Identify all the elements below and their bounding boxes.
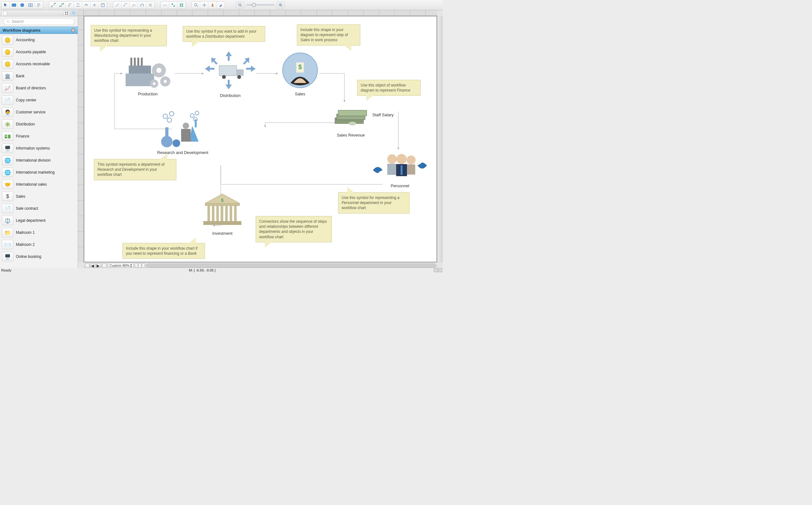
svg-text:$: $ bbox=[298, 63, 302, 70]
scrollbar-vertical[interactable] bbox=[437, 16, 443, 262]
symbol-item[interactable]: 🧑‍💼Customer service bbox=[0, 106, 78, 118]
section-title: Workflow diagrams bbox=[3, 28, 40, 33]
symbol-thumb-icon: 🧑‍💼 bbox=[2, 108, 13, 117]
svg-rect-31 bbox=[67, 14, 68, 15]
text-tool[interactable] bbox=[34, 2, 43, 9]
drawing-canvas[interactable]: Use this symbol for representing a Manuf… bbox=[84, 16, 437, 262]
ellipse-tool[interactable] bbox=[18, 2, 26, 9]
node-sales-revenue[interactable]: Sales Revenue bbox=[329, 104, 373, 138]
symbol-item[interactable]: 🌐International division bbox=[0, 154, 78, 166]
svg-rect-66 bbox=[400, 165, 402, 175]
staff-salary-label: Staff Salary bbox=[372, 113, 393, 117]
symbol-item[interactable]: 🪙Accounts payable bbox=[0, 46, 78, 58]
conn-up[interactable] bbox=[138, 2, 146, 9]
h-scroll-track[interactable] bbox=[146, 264, 436, 268]
node-investment[interactable]: $ Investment bbox=[199, 192, 246, 236]
symbol-label: Mailroom 2 bbox=[16, 242, 34, 247]
connector-l[interactable] bbox=[49, 2, 57, 9]
symbol-item[interactable]: 💵Finance bbox=[0, 130, 78, 142]
zoom-tool[interactable] bbox=[192, 2, 200, 9]
symbol-thumb-icon: $ bbox=[2, 192, 13, 201]
search-input[interactable]: Search bbox=[3, 18, 75, 25]
pan-tool[interactable] bbox=[200, 2, 208, 9]
symbol-item[interactable]: 🤝International sales bbox=[0, 178, 78, 190]
main-toolbar bbox=[0, 0, 443, 10]
symbol-item[interactable]: 🖥️Online booking bbox=[0, 250, 78, 263]
symbol-item[interactable]: ⚖️Legal department bbox=[0, 214, 78, 226]
route-auto[interactable] bbox=[161, 2, 169, 9]
zoom-field[interactable]: Custom 80% ▴▾ bbox=[108, 263, 133, 268]
corner-btn-2[interactable] bbox=[438, 268, 442, 272]
connector-export[interactable] bbox=[99, 2, 107, 9]
stepper-icon[interactable]: ▴▾ bbox=[130, 263, 132, 268]
symbol-label: Finance bbox=[16, 134, 29, 139]
symbol-item[interactable]: ✉️Mailroom 2 bbox=[0, 238, 78, 250]
svg-rect-50 bbox=[219, 65, 237, 76]
conn-line[interactable] bbox=[113, 2, 121, 9]
rect-tool[interactable] bbox=[10, 2, 18, 9]
eyedrop-tool[interactable] bbox=[217, 2, 225, 9]
connector-curve[interactable] bbox=[66, 2, 74, 9]
symbol-item[interactable]: 📄Sale contract bbox=[0, 202, 78, 214]
symbol-item[interactable]: 🏛️Bank bbox=[0, 70, 78, 82]
svg-point-62 bbox=[387, 154, 397, 164]
symbol-item[interactable]: 🪙Accounting bbox=[0, 34, 78, 46]
symbol-item[interactable]: 🖥️Information systems bbox=[0, 142, 78, 154]
rnd-icon bbox=[154, 110, 211, 148]
svg-point-47 bbox=[164, 80, 167, 83]
zoom-slider[interactable] bbox=[246, 4, 275, 5]
section-header[interactable]: Workflow diagrams bbox=[0, 27, 78, 34]
search-icon bbox=[6, 20, 10, 23]
corner-btn-1[interactable] bbox=[434, 268, 438, 272]
node-sales[interactable]: $ Sales bbox=[278, 51, 322, 96]
node-production[interactable]: Production bbox=[122, 54, 173, 96]
symbol-item[interactable]: ✳️Distribution bbox=[0, 118, 78, 130]
svg-rect-72 bbox=[195, 120, 197, 127]
sb-last[interactable] bbox=[102, 263, 107, 268]
pane-split-3[interactable] bbox=[142, 263, 145, 268]
symbol-item[interactable]: 📈Board of directors bbox=[0, 82, 78, 94]
connector-smart[interactable] bbox=[74, 2, 82, 9]
panel-tree-icon[interactable] bbox=[1, 11, 7, 16]
panel-search-toggle[interactable] bbox=[71, 11, 77, 16]
connector-tree[interactable] bbox=[82, 2, 90, 9]
node-distribution[interactable]: Distribution bbox=[202, 50, 259, 98]
svg-rect-30 bbox=[65, 14, 66, 15]
symbol-item[interactable]: $Sales bbox=[0, 190, 78, 202]
conn-multi[interactable] bbox=[130, 2, 138, 9]
pane-split-2[interactable] bbox=[138, 263, 141, 268]
pointer-tool[interactable] bbox=[2, 2, 10, 9]
node-investment-label: Investment bbox=[199, 231, 246, 236]
panel-grid-icon[interactable] bbox=[64, 11, 70, 16]
conn-arc[interactable] bbox=[121, 2, 130, 9]
stamp-tool[interactable] bbox=[208, 2, 217, 9]
route-align[interactable] bbox=[169, 2, 177, 9]
conn-cross[interactable] bbox=[146, 2, 154, 9]
connector-step[interactable] bbox=[57, 2, 66, 9]
route-grid[interactable] bbox=[177, 2, 186, 9]
callout-rnd: This symbol represents a department of R… bbox=[94, 159, 177, 180]
symbol-label: International marketing bbox=[16, 170, 54, 175]
symbol-thumb-icon: ⚖️ bbox=[2, 216, 13, 225]
svg-rect-82 bbox=[205, 203, 240, 206]
node-personnel[interactable]: Personnel bbox=[371, 151, 429, 188]
callout-connectors: Connectors show the sequence of steps an… bbox=[256, 216, 332, 242]
symbol-item[interactable]: 🪙Accounts receivable bbox=[0, 58, 78, 70]
symbol-item[interactable]: 🌐International marketing bbox=[0, 166, 78, 178]
sb-first[interactable] bbox=[85, 263, 90, 268]
svg-rect-13 bbox=[180, 3, 181, 5]
callout-manufacturing: Use this symbol for representing a Manuf… bbox=[91, 25, 167, 46]
symbol-item[interactable]: 📄Copy center bbox=[0, 94, 78, 106]
sb-prev[interactable]: ◀ bbox=[91, 263, 95, 268]
sb-next[interactable]: ▶ bbox=[96, 263, 101, 268]
zoom-in-button[interactable] bbox=[276, 2, 285, 9]
symbol-thumb-icon: 🤝 bbox=[2, 180, 13, 189]
table-tool[interactable] bbox=[26, 2, 34, 9]
zoom-out-button[interactable] bbox=[236, 2, 244, 9]
pane-split-1[interactable] bbox=[135, 263, 138, 268]
section-close-icon[interactable] bbox=[71, 28, 75, 32]
symbol-item[interactable]: 📁Mailroom 1 bbox=[0, 226, 78, 238]
connector-branch[interactable] bbox=[90, 2, 99, 9]
node-rnd[interactable]: Research and Development bbox=[154, 110, 211, 155]
zoom-slider-thumb[interactable] bbox=[252, 3, 256, 7]
